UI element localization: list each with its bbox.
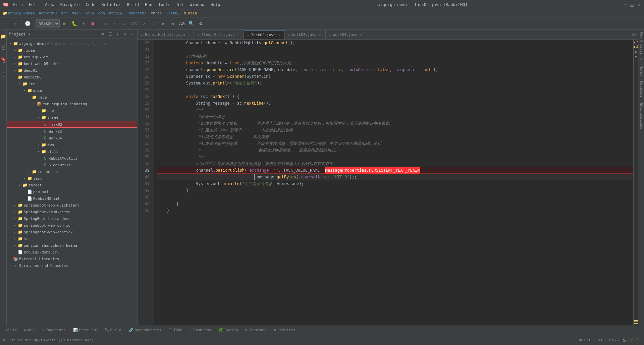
- tree-item-rabbitmq[interactable]: ▾ 📁 RabbitMQ: [7, 74, 137, 80]
- tree-item-pom[interactable]: 📄 pom.xml: [7, 188, 137, 195]
- tree-item-springboot-crud[interactable]: ▸ 📁 SpringBoot-crud-heima: [7, 209, 137, 215]
- tree-item-idea[interactable]: ▸ 📁 .idea: [7, 47, 137, 54]
- toolbar-coverage[interactable]: ⚡: [79, 19, 88, 28]
- tree-item-src2[interactable]: ▸ 📁 src: [7, 235, 137, 242]
- tree-item-java[interactable]: ▾ 📁 java: [7, 94, 137, 101]
- tree-item-main[interactable]: ▾ 📁 main: [7, 87, 137, 94]
- tree-item-three[interactable]: ▾ 📁 three: [7, 114, 137, 121]
- tabs-overflow-btn[interactable]: ≫: [630, 30, 638, 39]
- tree-item-two[interactable]: ▸ 📁 two: [7, 141, 137, 148]
- tab-dependencies[interactable]: 🔗 Dependencies: [125, 326, 165, 335]
- tree-item-root[interactable]: ▾ 📁 atguigu-demo E:\idea-workspace\atgui…: [7, 40, 137, 47]
- menu-navigate[interactable]: Navigate: [58, 2, 83, 8]
- menu-help[interactable]: Help: [208, 2, 223, 8]
- tab-services[interactable]: ⚙ Services: [271, 326, 299, 335]
- breadcrumb-three[interactable]: three: [151, 11, 162, 15]
- tree-item-work04[interactable]: C Work04: [7, 135, 137, 141]
- toolbar-recent-files[interactable]: 🕐: [23, 19, 32, 28]
- tree-item-src[interactable]: ▾ 📁 src: [7, 80, 137, 87]
- toolbar-undo[interactable]: ↺: [159, 19, 168, 28]
- breadcrumb-project[interactable]: atguigu-demo: [8, 11, 35, 15]
- tree-item-rabbitmqutils[interactable]: C RabbitMqUtils: [7, 155, 137, 162]
- activity-git[interactable]: Git: [0, 42, 6, 53]
- tree-item-ext-libs[interactable]: ▸ 📚 External Libraries: [7, 255, 137, 262]
- tab-profiler[interactable]: 📊 Profiler: [70, 326, 100, 335]
- maximize-button[interactable]: □: [629, 2, 635, 7]
- tab-rabbitmqutils[interactable]: ☕ RabbitMqUtils.java ✕: [138, 30, 194, 39]
- toolbar-git-push[interactable]: ↑: [110, 19, 119, 28]
- panel-sort[interactable]: ↕: [114, 31, 120, 37]
- tree-item-utils[interactable]: ▾ 📁 utils: [7, 148, 137, 155]
- toolbar-translate[interactable]: Aa: [178, 19, 186, 28]
- breadcrumb-com[interactable]: com: [98, 11, 105, 15]
- panel-collapse-all[interactable]: ☰: [107, 31, 113, 37]
- activity-structure[interactable]: Structure: [0, 65, 6, 76]
- tab-git[interactable]: ⎇ Git: [1, 326, 20, 335]
- menu-view[interactable]: View: [42, 2, 57, 8]
- toolbar-debug[interactable]: 🐛: [70, 19, 78, 28]
- breadcrumb-src[interactable]: src: [61, 11, 68, 15]
- tree-item-package[interactable]: ▾ 📦 com.atguigu.rabbitmq: [7, 101, 137, 107]
- tab-endpoints[interactable]: ⚡ Endpoints: [39, 326, 69, 335]
- toolbar-git-check2[interactable]: ✓: [150, 19, 158, 28]
- panel-key-promoter[interactable]: Key Promoter X: [638, 30, 644, 63]
- menu-git[interactable]: Git: [174, 2, 186, 8]
- menu-code[interactable]: Code: [83, 2, 98, 8]
- close-button[interactable]: ✕: [636, 2, 641, 7]
- panel-maven[interactable]: Maven: [638, 63, 644, 78]
- down-btn[interactable]: ▼: [635, 54, 637, 59]
- run-config-select[interactable]: Work04: [36, 19, 60, 27]
- tree-item-springboot-web[interactable]: ▸ 📁 springboot-web-config: [7, 222, 137, 229]
- toolbar-back[interactable]: ←: [1, 19, 10, 28]
- tree-item-task02[interactable]: C Task02: [7, 121, 137, 128]
- tab-run[interactable]: ▶ Run: [21, 326, 38, 335]
- panel-expand-all[interactable]: ⊞: [100, 31, 106, 37]
- tab-close-btn[interactable]: ✕: [278, 33, 281, 37]
- menu-build[interactable]: Build: [124, 2, 142, 8]
- toolbar-redo[interactable]: ↻: [168, 19, 177, 28]
- tab-close-btn[interactable]: ✕: [237, 33, 240, 37]
- menu-window[interactable]: Window: [187, 2, 207, 8]
- tree-item-springboot-web2[interactable]: ▸ 📁 springboot-web-config2: [7, 229, 137, 235]
- breadcrumb-rabbitmq[interactable]: rabbitmq: [129, 11, 147, 15]
- tab-build[interactable]: 🔨 Build: [101, 326, 125, 335]
- tab-work03[interactable]: ☕ Work03.java ✕: [285, 30, 326, 39]
- tree-item-test[interactable]: ▸ 📁 test: [7, 175, 137, 182]
- breadcrumb-atguigu[interactable]: atguigu: [109, 11, 124, 15]
- editor-content[interactable]: 20 21 22 23 24 25 26 27 28 29 30 31 32 3…: [138, 40, 638, 325]
- tree-item-resources[interactable]: ▸ 📁 resources: [7, 168, 137, 175]
- tab-close-btn[interactable]: ✕: [187, 33, 190, 37]
- menu-edit[interactable]: Edit: [26, 2, 41, 8]
- panel-close[interactable]: ✕: [129, 31, 135, 37]
- toolbar-settings[interactable]: ⚙: [197, 19, 205, 28]
- up-btn[interactable]: ▲: [635, 49, 637, 54]
- breadcrumb-module[interactable]: RabbitMQ: [39, 11, 57, 15]
- panel-settings[interactable]: ⚙: [122, 31, 128, 37]
- toolbar-git-check[interactable]: ✓: [140, 19, 149, 28]
- breadcrumb-main[interactable]: main: [72, 11, 81, 15]
- code-content[interactable]: Channel channel = RabbitMqUtils.getChann…: [154, 40, 633, 325]
- tree-item-springboot-heima[interactable]: ▸ 📁 SpringBoot-heima-demo: [7, 215, 137, 222]
- breadcrumb-task02[interactable]: Task02: [166, 11, 179, 15]
- tree-item-springboot-aop[interactable]: ▸ 📁 springboot-aop-quickstart: [7, 202, 137, 209]
- tree-item-work03[interactable]: C Work03: [7, 128, 137, 135]
- tree-item-demo01[interactable]: ▸ 📁 demo01: [7, 67, 137, 74]
- panel-notifications[interactable]: Notifications: [638, 100, 644, 132]
- tree-item-one[interactable]: ▸ 📁 one: [7, 107, 137, 114]
- tab-task02[interactable]: ☕ Task02.java ✕: [244, 30, 285, 39]
- activity-project[interactable]: 📁: [0, 31, 6, 42]
- tree-item-iml[interactable]: 📄 RabbitMQ.iml: [7, 195, 137, 202]
- toolbar-stop[interactable]: ■: [89, 19, 97, 28]
- tab-close-btn[interactable]: ✕: [359, 33, 363, 37]
- tab-spring[interactable]: 🌿 Spring: [215, 326, 241, 335]
- menu-tools[interactable]: Tools: [156, 2, 173, 8]
- tab-problems[interactable]: ⚠ Problems: [186, 326, 215, 335]
- tree-item-boot[interactable]: ▸ 📁 boot-web-05-admin: [7, 60, 137, 67]
- menu-run[interactable]: Run: [142, 2, 155, 8]
- panel-database[interactable]: Database: [638, 78, 644, 100]
- tab-close-btn[interactable]: ✕: [319, 33, 322, 37]
- tab-terminal[interactable]: ⌨ Terminal: [242, 326, 270, 335]
- menu-file[interactable]: File: [10, 2, 25, 8]
- toolbar-git-update[interactable]: ↓: [101, 19, 110, 28]
- tree-item-sleeputils[interactable]: C SleepUtils: [7, 162, 137, 168]
